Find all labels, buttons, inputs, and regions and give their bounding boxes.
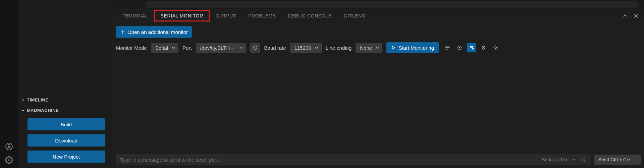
baud-select[interactable]: 115200	[290, 43, 322, 53]
editor-area	[112, 0, 644, 9]
port-label: Port	[182, 45, 192, 51]
start-monitoring-button[interactable]: Start Monitoring	[386, 42, 439, 53]
editor-tab-strip	[146, 1, 637, 8]
main-panel: TERMINAL SERIAL MONITOR OUTPUT PROBLEMS …	[112, 0, 644, 168]
svg-point-5	[495, 47, 497, 49]
panel-tabs: TERMINAL SERIAL MONITOR OUTPUT PROBLEMS …	[112, 9, 644, 23]
panel-tab-actions	[622, 12, 639, 19]
tab-serial-monitor[interactable]: SERIAL MONITOR	[154, 10, 210, 22]
madmachine-header[interactable]: MADMACHINE	[18, 107, 112, 114]
tab-gitlens[interactable]: GITLENS	[338, 10, 371, 21]
new-project-button[interactable]: New Project	[28, 151, 105, 163]
panel-maximize-icon[interactable]	[622, 12, 629, 19]
port-value: /dev/tty.BLTH -	[200, 45, 233, 51]
sidebar-section-timeline: TIMELINE	[18, 95, 112, 105]
start-monitoring-label: Start Monitoring	[398, 45, 434, 51]
baud-label: Baud rate	[264, 45, 286, 51]
line-ending-value: None	[360, 45, 372, 51]
message-input[interactable]	[120, 157, 542, 163]
message-input-wrap: Send as Text	[116, 154, 591, 165]
toggle-wrap-icon[interactable]	[467, 43, 476, 52]
tab-debug-console[interactable]: DEBUG CONSOLE	[282, 10, 338, 21]
toggle-timestamp-icon[interactable]	[455, 43, 464, 52]
tab-terminal[interactable]: TERMINAL	[117, 10, 154, 21]
madmachine-buttons: Build Download New Project	[18, 114, 112, 167]
send-as-mode[interactable]: Send as Text	[542, 157, 576, 162]
clear-output-icon[interactable]	[479, 43, 488, 52]
activity-bar	[0, 0, 18, 168]
monitor-mode-label: Monitor Mode	[116, 45, 147, 51]
svg-point-1	[8, 144, 10, 146]
svg-point-2	[8, 159, 10, 161]
sidebar-section-madmachine: MADMACHINE Build Download New Project	[18, 105, 112, 168]
timeline-label: TIMELINE	[27, 97, 49, 102]
play-icon	[391, 45, 396, 50]
madmachine-label: MADMACHINE	[27, 108, 59, 113]
monitor-mode-value: Serial	[155, 45, 168, 51]
text-cursor	[119, 58, 119, 65]
chevron-right-icon	[21, 98, 25, 102]
accounts-icon[interactable]	[4, 142, 14, 151]
send-ctrl-label: Send Ctrl + C	[598, 157, 627, 162]
chevron-down-icon	[239, 46, 243, 50]
build-button[interactable]: Build	[28, 118, 105, 130]
chevron-down-icon	[315, 46, 319, 50]
serial-monitor-icon-row	[443, 43, 500, 52]
serial-monitor-toolbar-top: Open an additional monitor	[112, 23, 644, 40]
toggle-autoscroll-icon[interactable]	[443, 43, 452, 52]
line-ending-select[interactable]: None	[356, 43, 382, 53]
panel-close-icon[interactable]	[633, 12, 639, 19]
chevron-down-icon	[375, 46, 379, 50]
tab-output[interactable]: OUTPUT	[210, 10, 242, 21]
serial-monitor-controls: Monitor Mode Serial Port /dev/tty.BLTH -…	[112, 40, 644, 57]
tab-problems[interactable]: PROBLEMS	[242, 10, 282, 21]
download-button[interactable]: Download	[28, 134, 105, 146]
baud-value: 115200	[294, 45, 311, 51]
plus-icon	[120, 29, 125, 35]
open-additional-monitor-button[interactable]: Open an additional monitor	[116, 26, 192, 38]
gear-icon[interactable]	[4, 155, 14, 165]
serial-input-row: Send as Text Send Ctrl + C	[112, 151, 644, 168]
open-additional-monitor-label: Open an additional monitor	[127, 29, 188, 35]
line-ending-label: Line ending	[326, 45, 352, 51]
settings-icon[interactable]	[491, 43, 500, 52]
port-select[interactable]: /dev/tty.BLTH -	[196, 43, 246, 53]
send-ctrl-c-button[interactable]: Send Ctrl + C	[594, 155, 641, 165]
timeline-header[interactable]: TIMELINE	[18, 96, 112, 104]
send-icon[interactable]	[580, 156, 587, 163]
monitor-mode-select[interactable]: Serial	[151, 43, 178, 53]
chevron-down-icon	[171, 46, 175, 50]
refresh-port-button[interactable]	[250, 43, 260, 53]
serial-output-area[interactable]	[112, 57, 644, 151]
sidebar: TIMELINE MADMACHINE Build Download New P…	[18, 0, 112, 168]
chevron-down-icon	[21, 108, 25, 113]
send-as-label: Send as Text	[542, 157, 569, 162]
chevron-down-icon	[627, 158, 631, 162]
